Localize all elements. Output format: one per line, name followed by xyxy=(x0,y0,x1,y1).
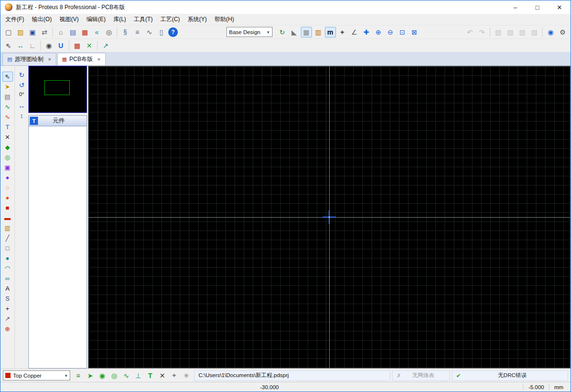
circle-tool-icon[interactable]: ● xyxy=(2,253,13,263)
pan-icon[interactable]: ✚ xyxy=(361,27,372,37)
layer-stack-icon[interactable]: ≡ xyxy=(73,370,84,381)
rotate-anticlockwise-icon[interactable]: ↺ xyxy=(17,81,26,89)
trace-angle-icon[interactable]: ∟ xyxy=(27,40,38,51)
menu-library[interactable]: 库(L) xyxy=(110,14,130,25)
design-rule-manager-icon[interactable]: ⚙ xyxy=(557,27,568,37)
target-icon[interactable]: ⌖ xyxy=(169,370,180,381)
source-code-icon[interactable]: ≡ xyxy=(132,27,143,37)
menu-technology[interactable]: 工艺(C) xyxy=(157,14,184,25)
tab-close-icon[interactable]: ✕ xyxy=(48,57,51,62)
snap-track-icon[interactable]: ∿ xyxy=(121,370,132,381)
redo-icon[interactable]: ↷ xyxy=(476,27,487,37)
grid-toggle-icon[interactable]: ▦ xyxy=(301,27,312,37)
save-file-icon[interactable]: ▣ xyxy=(27,27,38,37)
dimension-tool-icon[interactable]: ↗ xyxy=(2,314,13,324)
metric-toggle-icon[interactable]: m xyxy=(325,27,336,37)
snap-text-icon[interactable]: T xyxy=(145,370,156,381)
selection-filter-icon[interactable]: ⇖ xyxy=(3,40,14,51)
layer-pair-icon[interactable]: ▥ xyxy=(313,27,324,37)
mirror-vertical-icon[interactable]: ↕ xyxy=(17,111,26,120)
false-origin-icon[interactable]: + xyxy=(337,27,348,37)
menu-help[interactable]: 帮助(H) xyxy=(211,14,238,25)
route-edit-icon[interactable]: ↔ xyxy=(15,40,26,51)
snap-play-icon[interactable]: ➤ xyxy=(85,370,96,381)
square-pad-tool-icon[interactable]: ▣ xyxy=(2,162,13,172)
zoom-area-icon[interactable]: ⊡ xyxy=(397,27,408,37)
search-components-icon[interactable]: ◉ xyxy=(43,40,54,51)
home-icon[interactable]: ⌂ xyxy=(55,27,66,37)
new-file-icon[interactable]: ▢ xyxy=(3,27,14,37)
snap-via-icon[interactable]: ⊥ xyxy=(133,370,144,381)
design-explorer-icon[interactable]: § xyxy=(120,27,131,37)
zoom-full-icon[interactable]: ⊠ xyxy=(409,27,420,37)
snap-pad-icon[interactable]: ◎ xyxy=(109,370,120,381)
auto-annotate-icon[interactable]: U xyxy=(55,40,66,51)
overview-panel[interactable] xyxy=(28,66,87,113)
symbol-tool-icon[interactable]: S xyxy=(2,294,13,304)
arc-tool-icon[interactable]: ◠ xyxy=(2,263,13,273)
menu-edit[interactable]: 编辑(E) xyxy=(83,14,110,25)
edge-pad-tool-icon[interactable]: ○ xyxy=(2,183,13,193)
component-tool-icon[interactable]: ➤ xyxy=(2,82,13,92)
ratsnest-toggle-icon[interactable]: ✳ xyxy=(181,370,192,381)
smt-rect-pad-tool-icon[interactable]: ■ xyxy=(2,203,13,213)
close-button[interactable]: ✕ xyxy=(548,0,571,14)
connectivity-tool-icon[interactable]: ◆ xyxy=(2,142,13,152)
block-move-icon[interactable]: ▧ xyxy=(505,27,516,37)
schematic-capture-icon[interactable]: ▤ xyxy=(67,27,78,37)
rotate-clockwise-icon[interactable]: ↻ xyxy=(17,71,26,79)
open-file-icon[interactable]: ▨ xyxy=(15,27,26,37)
pcb-editor-canvas[interactable] xyxy=(88,66,571,368)
menu-file[interactable]: 文件(F) xyxy=(1,14,28,25)
box-tool-icon[interactable]: □ xyxy=(2,243,13,253)
polar-coordinates-icon[interactable]: ∠ xyxy=(349,27,360,37)
layer-selector[interactable]: Top Copper ▾ xyxy=(3,370,70,380)
titlebar[interactable]: 新工程 - Proteus 8 Professional - PCB布版 – □… xyxy=(0,0,571,14)
search-tag-icon[interactable]: ◉ xyxy=(545,27,556,37)
tab-close-icon[interactable]: ✕ xyxy=(97,57,101,62)
block-rotate-icon[interactable]: ▧ xyxy=(517,27,528,37)
object-selector-tab[interactable]: T xyxy=(30,117,38,125)
design-graph-icon[interactable]: ↗ xyxy=(100,40,111,51)
smt-poly-pad-tool-icon[interactable]: ▬ xyxy=(2,213,13,223)
view-document-icon[interactable]: ◎ xyxy=(103,27,114,37)
object-list[interactable] xyxy=(28,126,87,368)
text-label-tool-icon[interactable]: T xyxy=(2,122,13,132)
undo-icon[interactable]: ↶ xyxy=(464,27,475,37)
ratsnest-tool-icon[interactable]: ∿ xyxy=(2,112,13,122)
rewind-icon[interactable]: « xyxy=(91,27,102,37)
mirror-horizontal-icon[interactable]: ↔ xyxy=(17,101,26,110)
zoom-out-icon[interactable]: ⊖ xyxy=(385,27,396,37)
set-square-icon[interactable]: ◣ xyxy=(289,27,300,37)
origin-tool-icon[interactable]: ⊕ xyxy=(2,324,13,334)
minimize-button[interactable]: – xyxy=(504,0,526,14)
line-tool-icon[interactable]: ╱ xyxy=(2,233,13,243)
block-copy-icon[interactable]: ▧ xyxy=(493,27,504,37)
import-export-icon[interactable]: ⇄ xyxy=(39,27,50,37)
path-tool-icon[interactable]: ∞ xyxy=(2,273,13,283)
pcb-layout-icon[interactable]: ▦ xyxy=(79,27,90,37)
redraw-icon[interactable]: ↻ xyxy=(277,27,288,37)
padstack-tool-icon[interactable]: ▥ xyxy=(2,223,13,233)
smt-round-pad-tool-icon[interactable]: ● xyxy=(2,193,13,203)
menu-view[interactable]: 视图(V) xyxy=(56,14,83,25)
menu-output[interactable]: 输出(O) xyxy=(28,14,55,25)
package-tool-icon[interactable]: ▤ xyxy=(2,92,13,102)
marker-tool-icon[interactable]: + xyxy=(2,304,13,314)
connectivity-checker-icon[interactable]: ✕ xyxy=(84,40,95,51)
tab-schematic-capture[interactable]: ▤ 原理图绘制 ✕ xyxy=(2,53,56,65)
simulation-graph-icon[interactable]: ∿ xyxy=(144,27,155,37)
menu-system[interactable]: 系统(Y) xyxy=(184,14,211,25)
mitre-tool-icon[interactable]: ✕ xyxy=(2,132,13,142)
design-selector[interactable]: Base Design ▾ xyxy=(226,27,273,37)
block-delete-icon[interactable]: ▧ xyxy=(529,27,540,37)
tab-pcb-layout[interactable]: ▦ PCB布版 ✕ xyxy=(57,53,106,65)
notes-icon[interactable]: ▯ xyxy=(156,27,167,37)
maximize-button[interactable]: □ xyxy=(526,0,548,14)
menu-tools[interactable]: 工具(T) xyxy=(130,14,156,25)
text-2d-tool-icon[interactable]: A xyxy=(2,283,13,294)
track-tool-icon[interactable]: ∿ xyxy=(2,102,13,112)
snap-delete-icon[interactable]: ✕ xyxy=(157,370,168,381)
snap-component-icon[interactable]: ◉ xyxy=(97,370,108,381)
round-pad-tool-icon[interactable]: ◎ xyxy=(2,152,13,162)
